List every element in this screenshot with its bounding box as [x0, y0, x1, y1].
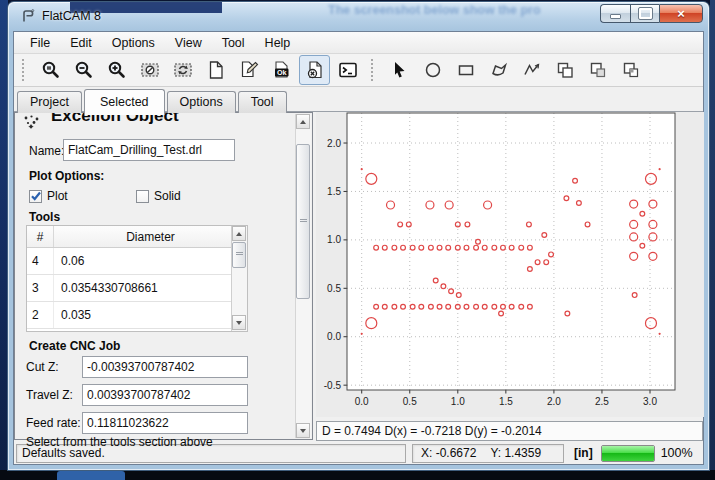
selected-object-panel: Excellon Object Name: FlatCam_Drilling_T…: [14, 112, 313, 440]
flatcam-logo-icon: [20, 8, 36, 24]
table-scroll-up-button[interactable]: [232, 226, 246, 241]
close-icon: ×: [677, 7, 685, 20]
checkbox-label: Plot: [47, 189, 68, 203]
tool-diameter-cell[interactable]: 0.06: [54, 248, 247, 274]
circle-icon: [423, 60, 443, 80]
tools-col-number-header[interactable]: #: [27, 226, 54, 247]
y-tick-label: 0.0: [327, 331, 341, 342]
maximize-button[interactable]: [630, 4, 659, 23]
tab-options[interactable]: Options: [167, 91, 236, 113]
drill-hole-marker: [361, 333, 363, 335]
x-tick-label: 1.5: [499, 396, 513, 407]
y-tick-label: 0.5: [327, 283, 341, 294]
zoom-in-button[interactable]: [101, 55, 132, 85]
tool-diameter-cell[interactable]: 0.035: [54, 302, 247, 328]
travelz-input[interactable]: 0.00393700787402: [82, 384, 248, 406]
background-window-edge: [0, 0, 8, 472]
command-shell-button[interactable]: [332, 55, 363, 85]
tool-number-cell[interactable]: 4: [27, 248, 54, 274]
edit-object-button[interactable]: [233, 55, 264, 85]
checkbox-solid[interactable]: Solid: [136, 189, 181, 203]
draw-rectangle-button[interactable]: [450, 55, 481, 85]
tab-bar: ProjectSelectedOptionsTool: [14, 87, 703, 112]
solid-checkbox-box[interactable]: [136, 190, 149, 203]
plot-options-label: Plot Options:: [29, 169, 104, 183]
copy-geometry-button[interactable]: [549, 55, 580, 85]
zoom-fit-button[interactable]: [35, 55, 66, 85]
tools-col-diameter-header[interactable]: Diameter: [54, 226, 247, 247]
menu-tool[interactable]: Tool: [212, 34, 255, 52]
copy-geometry-icon: [555, 60, 575, 80]
distance-readout: D = 0.7494 D(x) = -0.7218 D(y) = -0.2014: [316, 421, 703, 441]
units-indicator: [in]: [574, 446, 593, 460]
tab-project[interactable]: Project: [17, 91, 82, 113]
tab-tool[interactable]: Tool: [238, 91, 287, 113]
panel-scroll-down-button[interactable]: [296, 423, 310, 438]
tool-diameter-cell[interactable]: 0.0354330708661: [54, 275, 247, 301]
table-scroll-down-button[interactable]: [232, 315, 246, 330]
draw-polygon-button[interactable]: [483, 55, 514, 85]
menubar: FileEditOptionsViewToolHelp: [14, 32, 703, 54]
new-project-button[interactable]: [200, 55, 231, 85]
buffer-in-icon: [621, 60, 641, 80]
tool-row[interactable]: 40.06: [27, 248, 247, 275]
select-tool-button[interactable]: [384, 55, 415, 85]
panel-scroll-up-button[interactable]: [296, 114, 310, 129]
tab-selected[interactable]: Selected: [84, 89, 165, 115]
toolbar-drag-handle[interactable]: [22, 59, 29, 81]
x-tick-label: 0.0: [355, 396, 369, 407]
table-scroll-thumb[interactable]: [232, 242, 246, 268]
thumb-grip-icon: [300, 219, 307, 224]
plot-checkbox-box[interactable]: [29, 190, 42, 203]
thumb-grip-icon: [236, 252, 243, 257]
client-area: FileEditOptionsViewToolHelp ProjectSelec…: [13, 31, 704, 465]
buffer-interior-button[interactable]: [615, 55, 646, 85]
menu-options[interactable]: Options: [102, 34, 165, 52]
close-button[interactable]: ×: [659, 4, 703, 23]
tool-number-cell[interactable]: 3: [27, 275, 54, 301]
checkbox-plot[interactable]: Plot: [29, 189, 68, 203]
draw-circle-button[interactable]: [417, 55, 448, 85]
tool-row[interactable]: 30.0354330708661: [27, 275, 247, 302]
tool-row[interactable]: 20.035: [27, 302, 247, 329]
tools-hint-note: Select from the tools section above: [26, 435, 286, 449]
flatcam-window: The screenshot below show the pro FlatCA…: [8, 2, 709, 470]
zoom-out-icon: [74, 60, 94, 80]
plot-canvas[interactable]: 0.00.51.01.52.02.53.0-0.50.00.51.01.52.0: [316, 112, 704, 417]
excellon-object-icon: [23, 114, 41, 130]
tools-table-scrollbar[interactable]: [231, 226, 247, 331]
y-tick-label: 2.0: [327, 138, 341, 149]
clear-plot-button[interactable]: [134, 55, 165, 85]
menu-view[interactable]: View: [165, 34, 212, 52]
menu-file[interactable]: File: [20, 34, 60, 52]
cutz-input[interactable]: -0.00393700787402: [82, 356, 248, 378]
menu-edit[interactable]: Edit: [60, 34, 102, 52]
drill-hole-marker: [659, 168, 661, 170]
arrow-down-icon: [236, 321, 242, 325]
window-title: FlatCAM 8: [42, 9, 101, 23]
name-input[interactable]: FlatCam_Drilling_Test.drl: [63, 139, 235, 161]
feedrate-input[interactable]: 0.11811023622: [82, 412, 248, 434]
y-tick-label: -0.5: [324, 380, 342, 391]
apply-ok-button[interactable]: [266, 55, 297, 85]
minimize-icon: [610, 14, 621, 19]
delete-object-icon: [305, 60, 325, 80]
zoom-out-button[interactable]: [68, 55, 99, 85]
replot-button[interactable]: [167, 55, 198, 85]
panel-scroll-thumb[interactable]: [296, 144, 310, 299]
minimize-button[interactable]: [600, 4, 630, 23]
checkbox-label: Solid: [154, 189, 181, 203]
menu-help[interactable]: Help: [255, 34, 301, 52]
draw-path-button[interactable]: [516, 55, 547, 85]
replot-icon: [173, 60, 193, 80]
toolbar-group-main: [35, 55, 363, 85]
toolbar: [14, 54, 703, 87]
delete-object-button[interactable]: [299, 55, 330, 85]
resize-grip[interactable]: [699, 447, 701, 460]
buffer-exterior-button[interactable]: [582, 55, 613, 85]
titlebar[interactable]: The screenshot below show the pro FlatCA…: [8, 2, 709, 31]
tool-number-cell[interactable]: 2: [27, 302, 54, 328]
toolbar-drag-handle-2[interactable]: [371, 59, 378, 81]
x-tick-label: 0.5: [403, 396, 417, 407]
panel-scrollbar[interactable]: [295, 114, 311, 438]
